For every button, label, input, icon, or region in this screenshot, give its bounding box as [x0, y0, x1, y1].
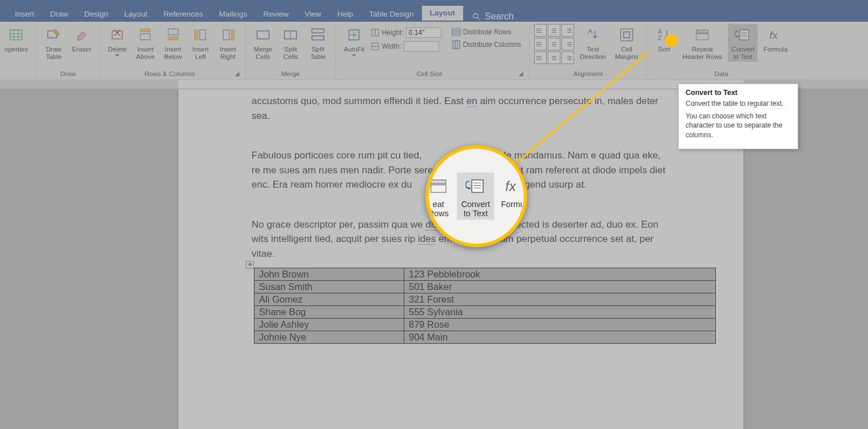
spellcheck-underline: en — [467, 96, 477, 107]
split-table-button[interactable]: SplitTable — [305, 24, 331, 62]
svg-rect-40 — [740, 30, 749, 40]
svg-rect-19 — [257, 31, 269, 39]
table-row[interactable]: Susan Smith501 Baker — [254, 281, 716, 293]
svg-rect-38 — [696, 30, 708, 33]
delete-button[interactable]: Delete — [105, 24, 130, 58]
cell-address[interactable]: 904 Main — [404, 331, 716, 344]
insert-below-button[interactable]: InsertBelow — [161, 24, 186, 62]
svg-rect-13 — [168, 29, 178, 35]
table-row[interactable]: John Brown123 Pebblebrook — [254, 268, 716, 281]
formula-button[interactable]: fx Formula — [760, 24, 791, 54]
svg-text:A: A — [588, 27, 593, 35]
svg-line-1 — [477, 18, 480, 20]
cell-address[interactable]: 501 Baker — [404, 281, 716, 293]
cell-address[interactable]: 555 Sylvania — [404, 306, 716, 319]
align-bot-left[interactable] — [534, 51, 547, 64]
align-top-right[interactable] — [562, 24, 574, 37]
cell-name[interactable]: Johnie Nye — [254, 331, 404, 344]
table-row[interactable]: Ali Gomez321 Forest — [254, 293, 716, 306]
ribbon: operties DrawTable Eraser Draw Delete — [0, 22, 868, 80]
merge-cells-button[interactable]: MergeCells — [250, 24, 276, 62]
distribute-cols-icon — [452, 40, 461, 49]
svg-rect-2 — [10, 30, 22, 40]
align-bot-center[interactable] — [548, 51, 560, 64]
eraser-button[interactable]: Eraser — [69, 24, 95, 54]
svg-text:fx: fx — [505, 178, 517, 194]
table-row[interactable]: Shane Bog555 Sylvania — [254, 306, 716, 319]
tab-view[interactable]: View — [297, 7, 329, 22]
group-label-cell-size: Cell Size ◢ — [340, 69, 524, 80]
svg-text:fx: fx — [770, 29, 779, 41]
height-input[interactable] — [406, 27, 441, 38]
alignment-grid — [534, 24, 574, 64]
callout-dot — [665, 34, 678, 47]
tab-draw[interactable]: Draw — [42, 7, 77, 22]
properties-button[interactable]: operties — [1, 24, 31, 54]
height-label: Height: — [382, 29, 404, 37]
svg-rect-16 — [194, 30, 197, 40]
tab-insert[interactable]: Insert — [7, 7, 42, 22]
cell-margins-button[interactable]: CellMargins — [612, 24, 642, 62]
autofit-button[interactable]: AutoFit — [340, 24, 368, 58]
tab-table-layout[interactable]: Layout — [422, 6, 463, 22]
align-mid-right[interactable] — [562, 38, 574, 50]
svg-rect-39 — [696, 34, 708, 40]
tab-references[interactable]: References — [156, 7, 211, 22]
tab-design[interactable]: Design — [76, 7, 116, 22]
group-label-merge: Merge — [250, 69, 331, 80]
distribute-rows-icon — [452, 27, 461, 37]
convert-to-text-tooltip: Convert to Text Convert the table to reg… — [678, 84, 798, 149]
svg-rect-12 — [141, 29, 151, 32]
align-bot-right[interactable] — [562, 51, 574, 64]
align-mid-left[interactable] — [534, 38, 547, 50]
table-move-handle[interactable]: ✥ — [246, 261, 254, 269]
dialog-launcher-icon[interactable]: ◢ — [235, 70, 240, 77]
tab-layout[interactable]: Layout — [116, 7, 156, 22]
table-row[interactable]: Johnie Nye904 Main — [254, 331, 716, 344]
align-top-center[interactable] — [548, 24, 560, 37]
group-data: AZ Sort RepeatHeader Rows Convertto Text… — [647, 24, 795, 80]
width-input[interactable] — [404, 41, 439, 51]
cell-name[interactable]: Jolie Ashley — [254, 319, 404, 331]
search-box[interactable]: Search — [472, 11, 514, 22]
distribute-cols-button[interactable]: Distribute Columns — [448, 39, 524, 50]
cell-address[interactable]: 321 Forest — [404, 293, 716, 306]
insert-left-button[interactable]: InsertLeft — [188, 24, 213, 62]
cell-name[interactable]: John Brown — [254, 268, 404, 281]
magnifier-callout: eatRows Convertto Text fx Formu — [425, 145, 527, 247]
convert-to-text-button[interactable]: Convertto Text — [728, 24, 758, 62]
draw-table-button[interactable]: DrawTable — [41, 24, 66, 62]
group-rows-columns: Delete InsertAbove InsertBelow InsertLef… — [100, 24, 246, 80]
svg-rect-27 — [452, 29, 460, 35]
group-merge: MergeCells SplitCells SplitTable Merge — [246, 24, 336, 80]
svg-rect-18 — [231, 30, 234, 40]
svg-rect-45 — [431, 180, 445, 184]
tab-mailings[interactable]: Mailings — [211, 7, 256, 22]
align-top-left[interactable] — [534, 24, 547, 37]
cell-address[interactable]: 123 Pebblebrook — [404, 268, 716, 281]
distribute-rows-button[interactable]: Distribute Rows — [448, 26, 524, 38]
table-row[interactable]: Jolie Ashley879 Rose — [254, 319, 716, 331]
tab-table-design[interactable]: Table Design — [361, 7, 422, 22]
tab-help[interactable]: Help — [329, 7, 361, 22]
split-cells-button[interactable]: SplitCells — [278, 24, 303, 62]
cell-name[interactable]: Ali Gomez — [254, 293, 404, 306]
document-table[interactable]: John Brown123 PebblebrookSusan Smith501 … — [254, 268, 716, 344]
mag-convert-to-text: Convertto Text — [457, 172, 494, 220]
align-mid-center[interactable] — [548, 38, 560, 50]
title-bar — [0, 0, 868, 6]
dialog-launcher-icon[interactable]: ◢ — [519, 70, 523, 77]
text-direction-button[interactable]: A TextDirection — [576, 24, 609, 62]
tab-review[interactable]: Review — [255, 7, 296, 22]
cell-name[interactable]: Susan Smith — [254, 281, 404, 293]
chevron-down-icon — [352, 54, 356, 57]
cell-address[interactable]: 879 Rose — [404, 319, 716, 331]
repeat-header-rows-button[interactable]: RepeatHeader Rows — [679, 24, 726, 62]
tooltip-title: Convert to Text — [686, 89, 791, 97]
svg-rect-35 — [624, 32, 630, 38]
insert-right-button[interactable]: InsertRight — [216, 24, 241, 62]
width-icon — [371, 42, 380, 51]
insert-above-button[interactable]: InsertAbove — [133, 24, 158, 62]
cell-name[interactable]: Shane Bog — [254, 306, 404, 319]
svg-point-0 — [473, 14, 478, 18]
